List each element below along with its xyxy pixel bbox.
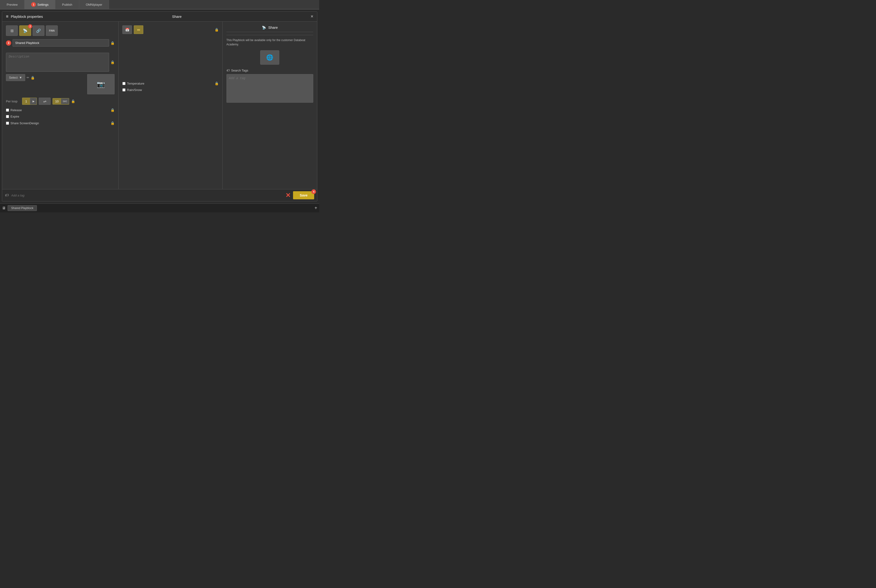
search-tags-row: 🏷 Search Tags: [227, 68, 314, 72]
select-row: Select ▼ ✏ 🔒: [6, 74, 85, 81]
search-tags-label: Search Tags: [231, 69, 248, 72]
save-button-wrap: 4 Save: [293, 191, 314, 200]
tag-icon: 🏷: [227, 68, 230, 72]
temperature-label: Temperature: [127, 82, 144, 85]
release-label: Release: [11, 108, 22, 112]
rain-snow-row: Rain/Snow: [122, 88, 218, 92]
chevron-down-icon: ▼: [19, 76, 22, 80]
global-button[interactable]: 🌐: [260, 50, 279, 64]
close-button[interactable]: ×: [311, 14, 313, 19]
temperature-checkbox[interactable]: [122, 82, 125, 85]
name-input[interactable]: [13, 39, 109, 46]
perloop-value[interactable]: [23, 98, 30, 104]
play-button[interactable]: ▶: [30, 98, 37, 105]
tab-omniplayer[interactable]: OMNIplayer: [79, 0, 109, 9]
select-thumbnail-row: Select ▼ ✏ 🔒 📷: [6, 74, 114, 94]
release-lock-icon: 🔒: [111, 108, 114, 112]
link-icon: 🔗: [36, 28, 41, 33]
dialog-share-center: Share: [43, 15, 311, 18]
description-field-row: 🔒: [6, 53, 114, 72]
select-lock-icon: 🔒: [31, 76, 35, 80]
mid-lock-icon: 🔒: [215, 28, 219, 32]
dialog-title-text: Playblock properties: [11, 15, 43, 18]
dialog: ≡ Playblock properties Share × ⊞ 2 📡 🔗: [2, 11, 317, 201]
cancel-button[interactable]: ✕: [285, 192, 291, 199]
perloop-row: Per loop ▶ ⇌ sec 🔒: [6, 98, 114, 105]
expire-label: Expire: [11, 115, 19, 118]
right-antenna-icon: 📡: [262, 26, 266, 30]
left-panel: ⊞ 2 📡 🔗 FINN 3 🔒: [2, 22, 119, 189]
icon-toolbar: ⊞ 2 📡 🔗 FINN: [6, 26, 114, 36]
tab-omniplayer-label: OMNIplayer: [86, 3, 102, 6]
grid-icon-button[interactable]: ⊞: [6, 26, 18, 36]
share-description: This Playblock will be available only fo…: [227, 38, 314, 46]
link-icon-button[interactable]: 🔗: [33, 26, 44, 36]
step3-badge: 3: [6, 40, 11, 46]
tab-preview-label: Preview: [7, 3, 18, 6]
mid-toolbar: 📅 ∞ 🔒: [122, 26, 218, 34]
tab-publish[interactable]: Publish: [56, 0, 79, 9]
finn-icon-button[interactable]: FINN: [46, 26, 58, 36]
calendar-button[interactable]: 📅: [122, 26, 132, 34]
sec-label: sec: [61, 98, 69, 104]
weather-section: Temperature 🔒 Rain/Snow: [122, 81, 218, 92]
temperature-row: Temperature 🔒: [122, 81, 218, 85]
thumbnail: 📷: [87, 74, 114, 94]
global-icon: 🌐: [266, 54, 273, 61]
tab-preview[interactable]: Preview: [0, 0, 24, 9]
perloop-lock-icon: 🔒: [71, 99, 75, 103]
infinity-button[interactable]: ∞: [134, 26, 143, 34]
grid-icon: ⊞: [11, 28, 14, 33]
bottom-tag-input[interactable]: [11, 194, 283, 197]
expire-row: Expire: [6, 115, 114, 118]
rain-snow-label: Rain/Snow: [127, 88, 142, 92]
share-screendesign-lock-icon: 🔒: [111, 121, 114, 125]
tag-input-area[interactable]: [227, 74, 314, 103]
antenna-icon: 📡: [23, 28, 27, 33]
dialog-title-group: ≡ Playblock properties: [6, 14, 43, 19]
name-lock-icon: 🔒: [111, 41, 114, 45]
bottom-tag-icon: 🏷: [5, 193, 9, 197]
shuffle-button[interactable]: ⇌: [39, 98, 51, 105]
right-panel: 📡 Share This Playblock will be available…: [223, 22, 317, 189]
name-field-row: 3 🔒: [6, 39, 114, 46]
edit-icon[interactable]: ✏: [27, 76, 29, 80]
settings-badge: 1: [31, 2, 36, 7]
select-dropdown[interactable]: Select ▼: [6, 74, 25, 81]
taskbar-item[interactable]: Shared Playblock: [8, 205, 37, 211]
sec-value[interactable]: [53, 98, 61, 104]
shuffle-icon: ⇌: [43, 99, 47, 104]
release-row: Release 🔒: [6, 108, 114, 112]
infinity-icon: ∞: [137, 27, 140, 32]
perloop-label: Per loop: [6, 99, 20, 103]
tab-bar: Preview 1 Settings Publish OMNIplayer: [0, 0, 319, 9]
cancel-icon: ✕: [285, 192, 291, 199]
description-input[interactable]: [6, 53, 109, 72]
antenna-icon-button[interactable]: 2 📡: [19, 26, 31, 36]
share-header: 📡 Share: [227, 26, 314, 32]
antenna-badge: 2: [28, 24, 32, 28]
finn-icon: FINN: [49, 30, 54, 32]
tab-publish-label: Publish: [62, 3, 72, 6]
dialog-header: ≡ Playblock properties Share ×: [2, 12, 317, 22]
tab-settings[interactable]: 1 Settings: [24, 0, 56, 9]
save-button[interactable]: Save: [293, 191, 314, 200]
share-screendesign-row: Share ScreenDesign 🔒: [6, 121, 114, 125]
calendar-icon: 📅: [125, 28, 129, 32]
taskbar-add-button[interactable]: +: [314, 205, 317, 211]
dialog-body: ⊞ 2 📡 🔗 FINN 3 🔒: [2, 22, 317, 189]
tab-settings-label: Settings: [37, 3, 48, 6]
release-checkbox[interactable]: [6, 109, 9, 112]
expire-checkbox[interactable]: [6, 115, 9, 118]
description-lock-icon: 🔒: [111, 60, 114, 64]
bottom-bar: 🏷 ✕ 4 Save: [2, 189, 317, 201]
save-badge: 4: [311, 189, 316, 194]
hamburger-icon: ≡: [6, 14, 9, 19]
taskbar: 🖥 Shared Playblock +: [0, 203, 319, 212]
rain-snow-checkbox[interactable]: [122, 88, 125, 92]
taskbar-monitor-icon[interactable]: 🖥: [2, 206, 6, 210]
share-title: Share: [268, 26, 278, 30]
share-screendesign-checkbox[interactable]: [6, 122, 9, 125]
camera-icon: 📷: [97, 80, 105, 88]
temperature-lock-icon: 🔒: [215, 81, 219, 85]
